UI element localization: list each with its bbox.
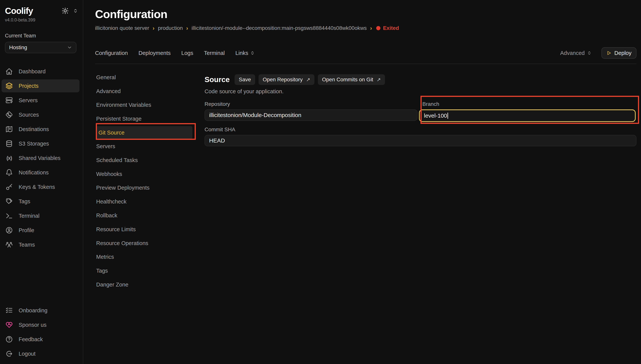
chevrons-up-down-icon bbox=[250, 50, 255, 56]
subnav-item-webhooks[interactable]: Webhooks bbox=[95, 167, 196, 181]
tab-logs[interactable]: Logs bbox=[181, 50, 193, 56]
subnav-item-rollback[interactable]: Rollback bbox=[95, 208, 196, 222]
sidebar-item-label: Dashboard bbox=[19, 68, 46, 75]
repository-input[interactable]: illicitestonion/Module-Decomposition bbox=[205, 110, 417, 121]
commit-sha-value: HEAD bbox=[209, 137, 225, 144]
page-title: Configuration bbox=[95, 8, 636, 21]
subnav-item-resource-limits[interactable]: Resource Limits bbox=[95, 222, 196, 236]
sidebar-item-sources[interactable]: Sources bbox=[0, 108, 83, 122]
sidebar-item-sponsor-us[interactable]: Sponsor us bbox=[0, 318, 83, 332]
key-icon bbox=[5, 183, 13, 191]
database-icon bbox=[5, 140, 13, 148]
subnav-item-git-source[interactable]: Git Source bbox=[96, 126, 192, 139]
sidebar-item-profile[interactable]: Profile bbox=[0, 223, 83, 238]
subnav-item-preview-deployments[interactable]: Preview Deployments bbox=[95, 181, 196, 195]
sidebar-item-label: Teams bbox=[19, 242, 35, 248]
subnav-item-environment-variables[interactable]: Environment Variables bbox=[95, 98, 196, 112]
deploy-button[interactable]: Deploy bbox=[601, 47, 636, 59]
advanced-dropdown[interactable]: Advanced bbox=[560, 50, 591, 56]
subnav-item-resource-operations[interactable]: Resource Operations bbox=[95, 236, 196, 250]
sidebar-item-s3-storages[interactable]: S3 Storages bbox=[0, 136, 83, 151]
git-source-panel: Source Save Open Repository ↗ Open Commi… bbox=[205, 64, 636, 292]
branch-input[interactable]: level-100 bbox=[419, 110, 636, 122]
tab-configuration[interactable]: Configuration bbox=[95, 50, 128, 56]
coolify-app: Coolify v4.0.0-beta.399 Current Team Hos… bbox=[0, 0, 641, 364]
sidebar-item-logout[interactable]: Logout bbox=[0, 346, 83, 361]
sidebar-item-label: Keys & Tokens bbox=[19, 184, 55, 190]
bell-icon bbox=[5, 169, 13, 176]
repository-value: illicitestonion/Module-Decomposition bbox=[209, 112, 301, 118]
commit-sha-field-group: Commit SHA HEAD bbox=[205, 126, 636, 146]
tab-links-label: Links bbox=[235, 50, 248, 56]
git-source-icon bbox=[5, 111, 13, 118]
subnav-item-metrics[interactable]: Metrics bbox=[95, 250, 196, 264]
commit-sha-input[interactable]: HEAD bbox=[205, 135, 636, 146]
sidebar-item-notifications[interactable]: Notifications bbox=[0, 165, 83, 180]
subnav-item-persistent-storage[interactable]: Persistent Storage bbox=[95, 112, 196, 126]
status-badge: Exited bbox=[383, 25, 399, 31]
subnav-item-tags[interactable]: Tags bbox=[95, 264, 196, 278]
app-version: v4.0.0-beta.399 bbox=[0, 16, 83, 22]
theme-selector-chevrons-icon[interactable] bbox=[73, 8, 78, 14]
commit-sha-label: Commit SHA bbox=[205, 126, 636, 132]
sidebar-item-teams[interactable]: Teams bbox=[0, 238, 83, 252]
team-select[interactable]: Hosting bbox=[5, 42, 77, 53]
section-description: Code source of your application. bbox=[205, 88, 636, 94]
subnav-item-danger-zone[interactable]: Danger Zone bbox=[95, 278, 196, 292]
subnav-item-general[interactable]: General bbox=[95, 70, 196, 84]
sidebar-item-shared-variables[interactable]: (x) Shared Variables bbox=[0, 151, 83, 165]
subnav-item-advanced[interactable]: Advanced bbox=[95, 84, 196, 98]
sidebar-item-dashboard[interactable]: Dashboard bbox=[0, 64, 83, 79]
breadcrumb-environment[interactable]: production bbox=[158, 25, 183, 31]
section-title: Source bbox=[205, 76, 230, 84]
sidebar-item-label: Sponsor us bbox=[19, 322, 47, 328]
status-dot-icon bbox=[376, 26, 380, 30]
save-button[interactable]: Save bbox=[235, 74, 255, 85]
variables-icon: (x) bbox=[5, 155, 13, 161]
sidebar-item-terminal[interactable]: Terminal bbox=[0, 208, 83, 223]
sidebar-footer: Onboarding Sponsor us Feedback Logout bbox=[0, 303, 83, 361]
open-commits-button[interactable]: Open Commits on Git ↗ bbox=[318, 74, 385, 85]
team-icon bbox=[5, 241, 13, 248]
chevron-right-icon: › bbox=[370, 25, 372, 31]
sidebar-item-label: Sources bbox=[19, 112, 39, 118]
subnav-item-servers[interactable]: Servers bbox=[95, 140, 196, 153]
external-link-icon: ↗ bbox=[377, 77, 381, 83]
repository-label: Repository bbox=[205, 101, 417, 107]
tab-links[interactable]: Links bbox=[235, 50, 255, 56]
terminal-icon bbox=[5, 212, 13, 220]
sidebar-item-feedback[interactable]: Feedback bbox=[0, 332, 83, 346]
deploy-label: Deploy bbox=[614, 50, 631, 56]
sidebar-item-label: S3 Storages bbox=[19, 140, 49, 147]
map-icon bbox=[5, 126, 13, 133]
sidebar-item-label: Profile bbox=[19, 227, 34, 234]
configuration-subnav: General Advanced Environment Variables P… bbox=[95, 64, 196, 292]
sidebar-item-tags[interactable]: Tags bbox=[0, 194, 83, 208]
sidebar-item-label: Logout bbox=[19, 351, 36, 357]
subnav-item-scheduled-tasks[interactable]: Scheduled Tasks bbox=[95, 153, 196, 167]
sidebar-item-onboarding[interactable]: Onboarding bbox=[0, 303, 83, 318]
home-icon bbox=[5, 68, 13, 75]
subnav-item-healthcheck[interactable]: Healthcheck bbox=[95, 195, 196, 208]
play-icon bbox=[606, 50, 611, 56]
tab-terminal[interactable]: Terminal bbox=[204, 50, 225, 56]
breadcrumb-project[interactable]: illicitonion quote server bbox=[95, 25, 149, 31]
open-repository-button[interactable]: Open Repository ↗ bbox=[259, 74, 314, 85]
sidebar-item-keys-tokens[interactable]: Keys & Tokens bbox=[0, 180, 83, 194]
sidebar-item-projects[interactable]: Projects bbox=[2, 80, 80, 92]
sidebar-item-servers[interactable]: Servers bbox=[0, 93, 83, 108]
open-commits-label: Open Commits on Git bbox=[322, 76, 373, 83]
text-cursor bbox=[447, 113, 448, 119]
tab-deployments[interactable]: Deployments bbox=[139, 50, 171, 56]
external-link-icon: ↗ bbox=[306, 77, 310, 83]
user-icon bbox=[5, 226, 13, 234]
layers-icon bbox=[5, 82, 13, 90]
theme-toggle-sun-icon[interactable] bbox=[62, 7, 69, 14]
sidebar-item-destinations[interactable]: Destinations bbox=[0, 122, 83, 136]
tags-icon bbox=[5, 198, 13, 205]
chevron-right-icon: › bbox=[153, 25, 155, 31]
branch-field-group: Branch level-100 bbox=[418, 101, 636, 122]
breadcrumb-application[interactable]: illicitestonion/-module--decomposition:m… bbox=[192, 25, 367, 31]
sidebar-nav: Dashboard Projects Servers Sources Desti… bbox=[0, 64, 83, 252]
branch-label: Branch bbox=[418, 101, 636, 107]
